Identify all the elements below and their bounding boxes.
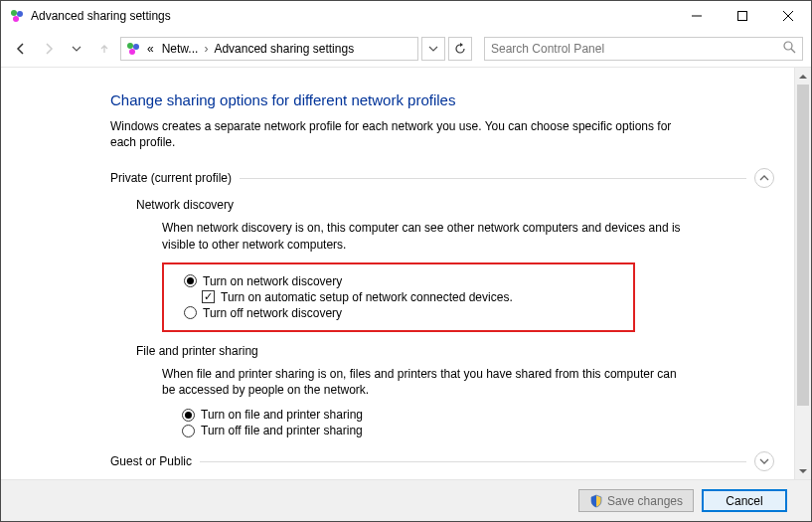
file-printer-desc: When file and printer sharing is on, fil… (162, 366, 689, 398)
save-changes-button[interactable]: Save changes (578, 489, 694, 512)
svg-point-9 (129, 49, 135, 55)
shield-icon (589, 494, 603, 508)
profile-label: Private (current profile) (110, 171, 232, 185)
collapse-private-button[interactable] (754, 168, 774, 188)
radio-nd-on[interactable]: Turn on network discovery (184, 274, 633, 288)
radio-fp-on[interactable]: Turn on file and printer sharing (182, 408, 794, 422)
titlebar: Advanced sharing settings (1, 1, 811, 31)
breadcrumb-back[interactable]: « (143, 42, 158, 56)
up-button[interactable] (92, 37, 116, 61)
expand-guest-button[interactable] (754, 451, 774, 471)
footer: Save changes Cancel (1, 479, 811, 521)
window-title: Advanced sharing settings (31, 9, 171, 23)
profile-header-private: Private (current profile) (110, 168, 794, 188)
file-printer-title: File and printer sharing (136, 344, 794, 358)
page-title: Change sharing options for different net… (110, 91, 794, 108)
app-icon (9, 8, 25, 24)
search-box[interactable] (484, 37, 803, 61)
svg-point-7 (127, 43, 133, 49)
search-icon (783, 41, 796, 57)
radio-label: Turn off network discovery (203, 306, 342, 320)
minimize-button[interactable] (674, 1, 720, 31)
svg-point-1 (17, 11, 23, 17)
radio-fp-off[interactable]: Turn off file and printer sharing (182, 424, 794, 437)
svg-rect-4 (738, 12, 747, 21)
page-intro: Windows creates a separate network profi… (110, 118, 687, 150)
window-frame: Advanced sharing settings « Netw... › Ad… (0, 0, 812, 522)
scroll-up-button[interactable] (795, 68, 811, 85)
radio-icon (182, 425, 195, 437)
svg-point-8 (133, 44, 139, 50)
address-dropdown-button[interactable] (421, 37, 445, 61)
radio-label: Turn on network discovery (203, 274, 342, 288)
radio-nd-off[interactable]: Turn off network discovery (184, 306, 633, 320)
nav-row: « Netw... › Advanced sharing settings (1, 31, 811, 67)
refresh-button[interactable] (448, 37, 472, 61)
profile-label: Guest or Public (110, 454, 192, 468)
svg-line-11 (791, 49, 795, 53)
profile-header-guest: Guest or Public (110, 451, 794, 471)
scroll-down-button[interactable] (795, 462, 811, 479)
network-discovery-desc: When network discovery is on, this compu… (162, 220, 689, 252)
radio-icon (184, 274, 197, 287)
svg-point-2 (13, 16, 19, 22)
checkbox-nd-auto[interactable]: Turn on automatic setup of network conne… (202, 290, 633, 304)
recent-locations-button[interactable] (65, 37, 88, 61)
maximize-button[interactable] (720, 1, 765, 31)
back-button[interactable] (9, 37, 33, 61)
address-bar[interactable]: « Netw... › Advanced sharing settings (120, 37, 418, 61)
content-area: Change sharing options for different net… (1, 68, 811, 479)
breadcrumb-sep-icon: › (202, 42, 210, 56)
vertical-scrollbar[interactable] (794, 68, 811, 479)
svg-point-10 (784, 42, 792, 50)
radio-icon (182, 409, 195, 422)
checkbox-label: Turn on automatic setup of network conne… (221, 290, 513, 304)
radio-label: Turn off file and printer sharing (201, 424, 363, 437)
radio-label: Turn on file and printer sharing (201, 408, 363, 422)
svg-point-0 (11, 10, 17, 16)
search-input[interactable] (491, 42, 796, 56)
checkbox-icon (202, 290, 215, 303)
breadcrumb-item[interactable]: Netw... (158, 42, 203, 56)
cancel-button[interactable]: Cancel (702, 489, 787, 512)
scroll-thumb[interactable] (797, 85, 809, 406)
button-label: Save changes (607, 494, 683, 508)
forward-button[interactable] (37, 37, 61, 61)
button-label: Cancel (726, 494, 762, 508)
close-button[interactable] (765, 1, 811, 31)
network-discovery-title: Network discovery (136, 198, 794, 212)
radio-icon (184, 306, 197, 319)
highlight-box: Turn on network discovery Turn on automa… (162, 262, 635, 332)
breadcrumb-item[interactable]: Advanced sharing settings (210, 42, 358, 56)
address-icon (125, 41, 141, 57)
